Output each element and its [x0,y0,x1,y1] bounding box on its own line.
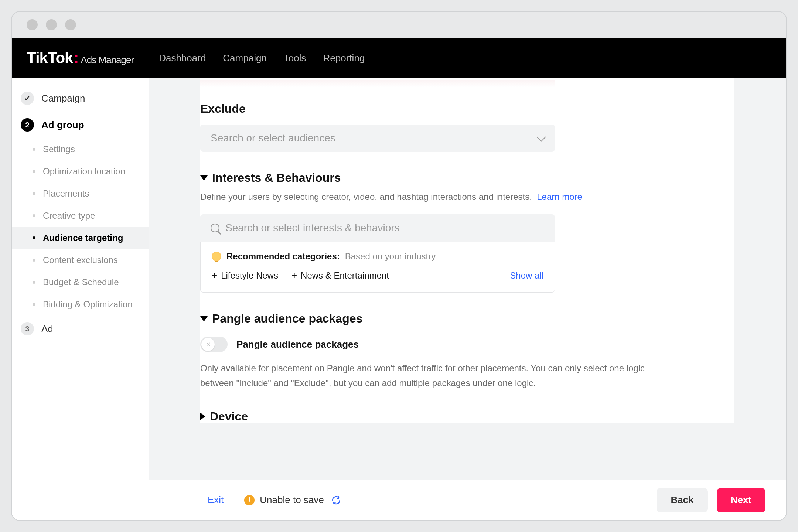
show-all-link[interactable]: Show all [510,270,543,281]
topbar: TikTok: Ads Manager Dashboard Campaign T… [12,38,786,78]
search-placeholder: Search or select interests & behaviors [225,222,400,234]
sidebar-item-label: Bidding & Optimization [43,299,133,310]
window-close-dot[interactable] [27,19,38,30]
sidebar-item-label: Optimization location [43,166,125,177]
device-section-header[interactable]: Device [200,410,734,423]
section-title: Interests & Behaviours [212,171,341,185]
back-button[interactable]: Back [657,488,707,512]
dot-icon [33,192,35,195]
sidebar-item-label: Settings [43,144,75,154]
logo-text: TikTok [27,49,73,67]
sidebar-item-content-exclusions[interactable]: Content exclusions [12,249,149,271]
nav-tools[interactable]: Tools [284,52,306,64]
recommend-head: Recommended categories: Based on your in… [212,251,543,262]
logo[interactable]: TikTok: Ads Manager [27,49,134,67]
caret-down-icon [200,316,208,321]
sidebar-item-budget[interactable]: Budget & Schedule [12,271,149,293]
previous-section-edge [200,80,555,87]
next-button[interactable]: Next [717,488,765,512]
recommendations-card: Recommended categories: Based on your in… [200,242,555,293]
recommend-sub: Based on your industry [345,251,436,262]
section-title: Pangle audience packages [212,312,362,325]
step-number-badge: 3 [21,322,34,335]
sidebar-item-label: Creative type [43,211,95,221]
dot-icon [33,236,35,239]
section-title: Device [210,410,248,423]
sidebar-item-settings[interactable]: Settings [12,138,149,160]
interests-section-header[interactable]: Interests & Behaviours [200,171,734,185]
refresh-icon[interactable] [331,495,341,505]
step-label: Campaign [41,93,85,104]
exit-link[interactable]: Exit [208,494,224,506]
search-icon [211,224,219,232]
pangle-toggle-row: ✕ Pangle audience packages [200,337,734,352]
sidebar-item-label: Content exclusions [43,255,118,265]
plus-icon: + [212,270,217,281]
step-campaign[interactable]: ✓ Campaign [12,85,149,112]
step-ad[interactable]: 3 Ad [12,316,149,342]
main-area: Exclude Search or select audiences Inter… [149,78,786,520]
sidebar-item-label: Audience targeting [43,233,123,243]
plus-icon: + [291,270,297,281]
add-news-entertainment-chip[interactable]: +News & Entertainment [291,270,389,281]
check-icon: ✓ [21,92,34,105]
nav-campaign[interactable]: Campaign [223,52,267,64]
dot-icon [33,259,35,262]
step-label: Ad group [41,119,84,131]
dot-icon [33,281,35,284]
recommend-label: Recommended categories: [226,251,340,262]
sidebar-item-audience[interactable]: Audience targeting [12,227,149,249]
window-maximize-dot[interactable] [65,19,76,30]
warning-icon: ! [244,495,255,505]
add-lifestyle-news-chip[interactable]: +Lifestyle News [212,270,278,281]
sidebar-item-placements[interactable]: Placements [12,183,149,205]
sidebar-item-creative[interactable]: Creative type [12,205,149,227]
dot-icon [33,303,35,306]
logo-colon-icon: : [74,49,78,67]
toggle-knob-off-icon: ✕ [201,338,215,351]
sidebar-item-bidding[interactable]: Bidding & Optimization [12,293,149,316]
toggle-label: Pangle audience packages [236,339,359,350]
browser-window: TikTok: Ads Manager Dashboard Campaign T… [11,11,787,521]
step-label: Ad [41,323,53,335]
app-body: ✓ Campaign 2 Ad group Settings Optimizat… [12,78,786,520]
caret-right-icon [200,413,205,420]
nav-dashboard[interactable]: Dashboard [159,52,206,64]
sidebar-item-label: Placements [43,188,89,199]
exclude-heading: Exclude [200,102,734,116]
pangle-helper: Only available for placement on Pangle a… [200,361,681,390]
dot-icon [33,148,35,151]
step-adgroup[interactable]: 2 Ad group [12,112,149,138]
content-scroll[interactable]: Exclude Search or select audiences Inter… [149,78,786,480]
learn-more-link[interactable]: Learn more [537,192,582,202]
sidebar-item-label: Budget & Schedule [43,277,119,287]
step-number-badge: 2 [21,118,34,132]
chevron-down-icon [536,132,546,141]
recommend-chips-row: +Lifestyle News +News & Entertainment Sh… [212,270,543,281]
window-minimize-dot[interactable] [46,19,57,30]
interests-desc: Define your users by selecting creator, … [200,190,734,204]
footer-bar: Exit ! Unable to save Back Next [149,480,786,520]
nav-reporting[interactable]: Reporting [323,52,365,64]
dot-icon [33,170,35,173]
window-controls [12,12,786,38]
lightbulb-icon [212,252,221,261]
save-status: ! Unable to save [244,494,341,506]
sidebar: ✓ Campaign 2 Ad group Settings Optimizat… [12,78,149,520]
save-status-text: Unable to save [260,494,324,506]
exclude-audience-select[interactable]: Search or select audiences [200,125,555,152]
caret-down-icon [200,175,208,181]
nav-tabs: Dashboard Campaign Tools Reporting [159,52,365,64]
logo-sub: Ads Manager [81,54,134,66]
content-card: Exclude Search or select audiences Inter… [200,78,734,423]
pangle-section-header[interactable]: Pangle audience packages [200,312,734,325]
select-placeholder: Search or select audiences [211,132,335,144]
dot-icon [33,214,35,217]
interests-search-input[interactable]: Search or select interests & behaviors [200,214,555,242]
sidebar-item-optimization[interactable]: Optimization location [12,160,149,183]
pangle-toggle[interactable]: ✕ [200,337,228,352]
